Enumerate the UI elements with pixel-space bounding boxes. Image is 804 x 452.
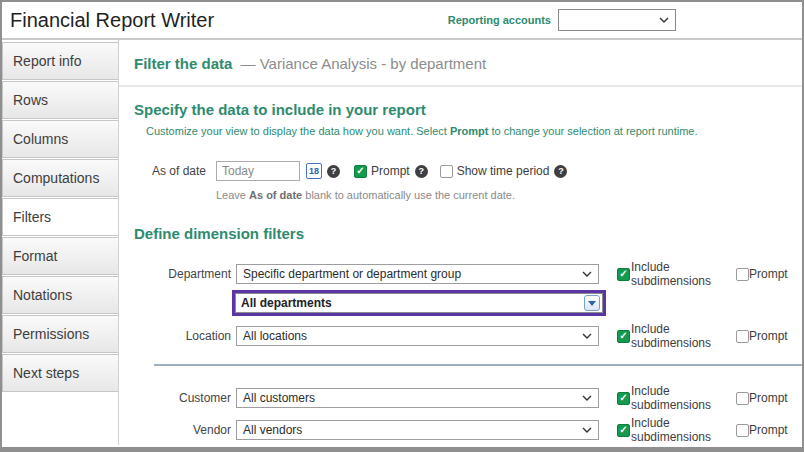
include-subdimensions-checkbox[interactable] <box>617 424 630 437</box>
include-subdimensions-group: Include subdimensions <box>604 448 731 452</box>
sidebar-item-permissions[interactable]: Permissions <box>2 315 118 353</box>
app-window: Financial Report Writer Reporting accoun… <box>0 0 804 452</box>
prompt-checkbox[interactable] <box>354 165 367 178</box>
chevron-down-icon <box>582 395 592 401</box>
reporting-accounts-label: Reporting accounts <box>448 14 551 26</box>
include-subdimensions-label: Include subdimensions <box>631 260 731 288</box>
sidebar-item-format[interactable]: Format <box>2 237 118 275</box>
customer-select-value: All customers <box>243 391 315 405</box>
prompt-label: Prompt <box>749 391 788 405</box>
chevron-down-icon <box>582 333 592 339</box>
sidebar-item-columns[interactable]: Columns <box>2 120 118 158</box>
customer-select[interactable]: All customers <box>236 388 599 408</box>
app-header: Financial Report Writer Reporting accoun… <box>2 2 802 40</box>
filter-row-location: Location All locations Include subdimens… <box>119 322 802 350</box>
prompt-checkbox[interactable] <box>736 424 749 437</box>
include-subdimensions-group: Include subdimensions <box>604 416 731 444</box>
department-group-value: All departments <box>241 296 332 310</box>
filter-row-customer: Customer All customers Include subdimens… <box>119 384 802 412</box>
help-icon[interactable]: ? <box>554 165 567 178</box>
section-separator <box>154 364 802 366</box>
prompt-group: Prompt <box>736 423 802 437</box>
prompt-label: Prompt <box>749 267 788 281</box>
highlight-callout: All departments <box>232 290 606 316</box>
include-subdimensions-checkbox[interactable] <box>617 268 630 281</box>
specify-section-heading: Specify the data to include in your repo… <box>134 101 802 118</box>
help-icon[interactable]: ? <box>327 165 340 178</box>
prompt-label: Prompt <box>749 423 788 437</box>
include-subdimensions-label: Include subdimensions <box>631 448 731 452</box>
prompt-group: Prompt <box>736 329 802 343</box>
calendar-icon[interactable]: 18 <box>306 163 322 179</box>
chevron-down-icon <box>659 17 669 23</box>
sidebar-item-filters[interactable]: Filters <box>2 198 118 236</box>
prompt-group: Prompt <box>736 267 802 281</box>
include-subdimensions-label: Include subdimensions <box>631 322 731 350</box>
sidebar-item-computations[interactable]: Computations <box>2 159 118 197</box>
department-select-value: Specific department or department group <box>243 267 461 281</box>
vendor-select-value: All vendors <box>243 423 302 437</box>
include-subdimensions-group: Include subdimensions <box>604 260 731 288</box>
sidebar-item-next-steps[interactable]: Next steps <box>2 354 118 392</box>
dropdown-button[interactable] <box>584 295 600 311</box>
as-of-date-hint: Leave As of date blank to automatically … <box>216 189 802 201</box>
page-subtitle: — Variance Analysis - by department <box>241 55 487 72</box>
include-subdimensions-label: Include subdimensions <box>631 384 731 412</box>
vendor-select[interactable]: All vendors <box>236 420 599 440</box>
prompt-checkbox[interactable] <box>736 268 749 281</box>
prompt-checkbox-label: Prompt <box>371 164 410 178</box>
include-subdimensions-label: Include subdimensions <box>631 416 731 444</box>
prompt-label: Prompt <box>749 329 788 343</box>
department-subfilter-row: All departments <box>119 290 802 316</box>
include-subdimensions-group: Include subdimensions <box>604 322 731 350</box>
filter-row-department: Department Specific department or depart… <box>119 260 802 288</box>
page-title: Filter the data <box>134 55 232 72</box>
prompt-group: Prompt <box>736 391 802 405</box>
sidebar-item-notations[interactable]: Notations <box>2 276 118 314</box>
department-label: Department <box>119 267 231 281</box>
app-title: Financial Report Writer <box>10 9 214 32</box>
include-subdimensions-group: Include subdimensions <box>604 384 731 412</box>
filters-section-heading: Define dimension filters <box>134 225 802 242</box>
customer-label: Customer <box>119 391 231 405</box>
specify-description: Customize your view to display the data … <box>146 125 802 137</box>
reporting-accounts-select[interactable] <box>558 9 676 31</box>
prompt-checkbox[interactable] <box>736 330 749 343</box>
as-of-date-input[interactable]: Today <box>216 161 300 181</box>
as-of-date-row: As of date Today 18 ? Prompt ? Show time… <box>119 161 802 181</box>
dropdown-arrow-icon <box>588 301 596 306</box>
vendor-label: Vendor <box>119 423 231 437</box>
include-subdimensions-checkbox[interactable] <box>617 330 630 343</box>
show-time-period-checkbox[interactable] <box>440 165 453 178</box>
page-head: Filter the data — Variance Analysis - by… <box>134 55 802 72</box>
location-label: Location <box>119 329 231 343</box>
reporting-accounts-group: Reporting accounts <box>448 9 676 31</box>
prompt-checkbox[interactable] <box>736 392 749 405</box>
chevron-down-icon <box>582 271 592 277</box>
sidebar-item-report-info[interactable]: Report info <box>2 42 118 80</box>
location-select-value: All locations <box>243 329 307 343</box>
filter-row-employee: Employee All employees Include subdimens… <box>119 448 802 452</box>
as-of-date-value: Today <box>222 164 254 178</box>
sidebar-item-rows[interactable]: Rows <box>2 81 118 119</box>
main-content: Filter the data — Variance Analysis - by… <box>119 40 802 445</box>
department-group-select[interactable]: All departments <box>235 293 603 313</box>
chevron-down-icon <box>582 427 592 433</box>
header-divider <box>119 85 802 87</box>
help-icon[interactable]: ? <box>415 165 428 178</box>
location-select[interactable]: All locations <box>236 326 599 346</box>
sidebar: Report info Rows Columns Computations Fi… <box>2 40 119 445</box>
include-subdimensions-checkbox[interactable] <box>617 392 630 405</box>
filter-row-vendor: Vendor All vendors Include subdimensions… <box>119 416 802 444</box>
department-select[interactable]: Specific department or department group <box>236 264 599 284</box>
show-time-period-label: Show time period <box>457 164 550 178</box>
as-of-date-label: As of date <box>119 164 206 178</box>
